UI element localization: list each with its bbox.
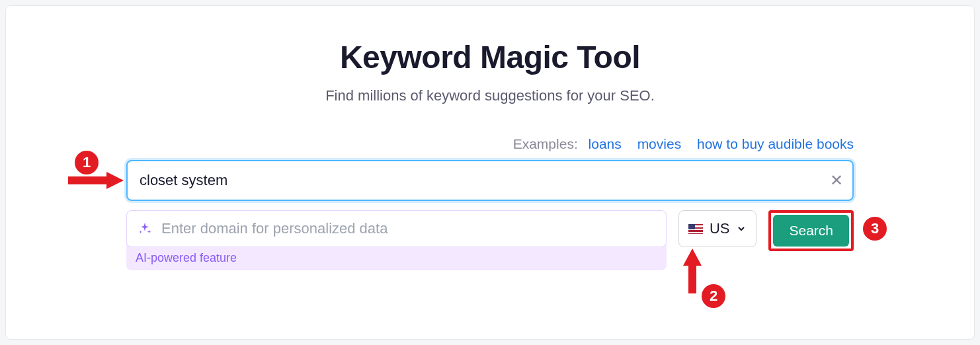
country-select[interactable]: US bbox=[678, 210, 757, 247]
bottom-row: AI-powered feature US Search 3 2 bbox=[126, 210, 854, 270]
annotation-badge-3: 3 bbox=[863, 217, 887, 241]
ai-feature-label: AI-powered feature bbox=[126, 247, 667, 265]
domain-section: AI-powered feature bbox=[126, 210, 667, 270]
sparkle-icon bbox=[138, 221, 152, 236]
domain-input[interactable] bbox=[161, 220, 655, 237]
us-flag-icon bbox=[688, 224, 703, 234]
annotation-badge-2: 2 bbox=[702, 284, 725, 308]
country-code: US bbox=[710, 220, 730, 237]
example-link-audible[interactable]: how to buy audible books bbox=[697, 136, 854, 151]
example-link-loans[interactable]: loans bbox=[589, 136, 622, 151]
domain-input-box bbox=[126, 210, 667, 247]
page-title: Keyword Magic Tool bbox=[32, 39, 948, 75]
main-card: Keyword Magic Tool Find millions of keyw… bbox=[5, 5, 975, 340]
content-wrap: Examples: loans movies how to buy audibl… bbox=[126, 136, 854, 270]
svg-marker-3 bbox=[683, 249, 702, 266]
arrow-right-icon bbox=[67, 171, 124, 190]
keyword-search-row: 1 ✕ bbox=[126, 160, 854, 201]
svg-marker-1 bbox=[106, 172, 124, 189]
search-button[interactable]: Search bbox=[773, 215, 849, 247]
examples-label: Examples: bbox=[513, 136, 578, 151]
clear-icon[interactable]: ✕ bbox=[830, 172, 843, 188]
search-button-container: Search 3 bbox=[768, 210, 854, 251]
page-subtitle: Find millions of keyword suggestions for… bbox=[32, 87, 948, 104]
keyword-input[interactable] bbox=[126, 160, 854, 201]
search-button-highlight: Search bbox=[768, 210, 854, 251]
example-link-movies[interactable]: movies bbox=[637, 136, 682, 151]
examples-row: Examples: loans movies how to buy audibl… bbox=[126, 136, 854, 152]
arrow-up-icon bbox=[680, 249, 704, 295]
chevron-down-icon bbox=[736, 223, 747, 234]
